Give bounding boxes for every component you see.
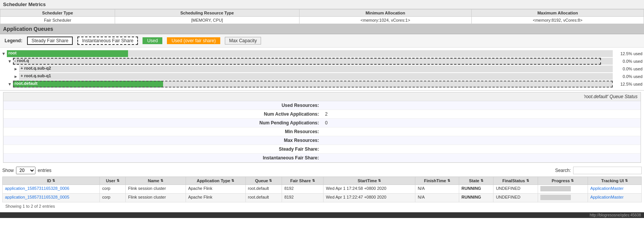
app-id-link[interactable]: application_1585731165328_0006 xyxy=(5,186,69,191)
progress-cell xyxy=(538,194,588,202)
col-header-finalstatus[interactable]: FinalStatus ⇅ xyxy=(493,177,538,185)
col-scheduler-type: Scheduler Type xyxy=(0,10,115,17)
entries-select[interactable]: 20 50 100 xyxy=(16,167,35,174)
start-time-cell: Wed Apr 1 17:24:58 +0800 2020 xyxy=(324,185,415,194)
app-type-cell: Apache Flink xyxy=(186,194,245,202)
progress-bar xyxy=(540,186,571,191)
legend-instantaneous-label: Instantaneous Fair Share xyxy=(77,37,138,45)
queue-toggle-subq2[interactable]: ► xyxy=(14,67,19,71)
detail-label: Num Active Applications: xyxy=(3,110,322,119)
user-cell: corp xyxy=(100,185,126,194)
detail-label: Max Resources: xyxy=(3,136,322,145)
app-type-cell: Apache Flink xyxy=(186,185,245,194)
queue-toggle-root[interactable]: ▼ xyxy=(2,51,7,56)
queue-detail-table: Used Resources:Num Active Applications:2… xyxy=(3,101,641,162)
search-bar: Search: xyxy=(555,167,642,174)
footer-url-bar: http://blogresosne/qdes:45608 xyxy=(0,212,644,218)
queue-bar-default: root.default xyxy=(13,81,613,88)
queue-detail-row: Min Resources: xyxy=(3,127,641,136)
detail-value xyxy=(322,154,641,162)
detail-value: 0 xyxy=(322,119,641,127)
col-header-name[interactable]: Name ⇅ xyxy=(126,177,186,185)
queue-row-default[interactable]: ▼ root.default 12.5% used xyxy=(0,80,644,88)
queue-detail-row: Max Resources: xyxy=(3,136,641,145)
name-cell: Flink session cluster xyxy=(126,185,186,194)
col-header-application-type[interactable]: Application Type ⇅ xyxy=(186,177,245,185)
entries-label: entries xyxy=(38,168,51,173)
finish-time-cell: N/A xyxy=(415,194,459,202)
final-status-cell: UNDEFINED xyxy=(493,194,538,202)
queue-row-root[interactable]: ▼ root 12.5% used xyxy=(0,50,644,57)
queue-bar-subq2: + root.q.sub-q2 xyxy=(19,65,613,72)
tracking-ui-cell[interactable]: ApplicationMaster xyxy=(588,194,641,202)
footer-url: http://blogresosne/qdes:45608 xyxy=(590,213,641,217)
queue-pct-subq2: 0.0% used xyxy=(616,67,642,71)
col-scheduling-resource: Scheduling Resource Type xyxy=(115,10,299,17)
scheduler-info-table: Scheduler Type Scheduling Resource Type … xyxy=(0,9,644,24)
queue-bar-rootq: - root.q xyxy=(13,58,613,65)
queue-detail-section: 'root.default' Queue Status Used Resourc… xyxy=(3,92,641,163)
showing-entries-text: Showing 1 to 2 of 2 entries xyxy=(5,204,55,208)
table-row: application_1585731165328_0006 corp Flin… xyxy=(3,185,642,194)
col-header-tracking-ui[interactable]: Tracking UI ⇅ xyxy=(588,177,641,185)
queue-toggle-default[interactable]: ▼ xyxy=(8,82,13,86)
bottom-section: Show 20 50 100 entries Search: ID ⇅User … xyxy=(0,164,644,212)
app-id-link[interactable]: application_1585731165328_0005 xyxy=(5,195,69,199)
legend-used-item: Used xyxy=(143,37,162,44)
final-status-cell: UNDEFINED xyxy=(493,185,538,194)
queue-toggle-subq1[interactable]: ► xyxy=(14,74,19,79)
col-header-state[interactable]: State ⇅ xyxy=(459,177,493,185)
fair-share-cell: 8192 xyxy=(282,194,324,202)
tracking-ui-link[interactable]: ApplicationMaster xyxy=(590,186,623,191)
queues-section: ▼ root 12.5% used ▼ - root.q 0.0% used ►… xyxy=(0,48,644,91)
legend-over-item: Used (over fair share) xyxy=(167,37,220,44)
col-header-progress[interactable]: Progress ⇅ xyxy=(538,177,588,185)
detail-label: Instantaneous Fair Share: xyxy=(3,154,322,162)
min-allocation-value: <memory:1024, vCores:1> xyxy=(299,17,471,24)
queue-row-subq2[interactable]: ► + root.q.sub-q2 0.0% used xyxy=(0,65,644,73)
app-id-cell[interactable]: application_1585731165328_0005 xyxy=(3,194,100,202)
tracking-ui-link[interactable]: ApplicationMaster xyxy=(590,195,623,199)
queue-detail-row: Used Resources: xyxy=(3,101,641,110)
user-cell: corp xyxy=(100,194,126,202)
queue-row-rootq[interactable]: ▼ - root.q 0.0% used xyxy=(0,57,644,65)
legend-label: Legend: xyxy=(5,38,22,43)
app-id-cell[interactable]: application_1585731165328_0006 xyxy=(3,185,100,194)
queue-cell: root.default xyxy=(245,185,282,194)
queue-row-subq1[interactable]: ► + root.q.sub-q1 0.0% used xyxy=(0,73,644,80)
queue-detail-row: Steady Fair Share: xyxy=(3,145,641,154)
app-queues-header: Application Queues xyxy=(0,24,644,34)
col-header-queue[interactable]: Queue ⇅ xyxy=(245,177,282,185)
legend-instantaneous-item: Instantaneous Fair Share xyxy=(77,37,138,45)
detail-value xyxy=(322,145,641,154)
state-cell: RUNNING xyxy=(459,194,493,202)
queue-toggle-rootq[interactable]: ▼ xyxy=(8,59,13,64)
queue-pct-subq1: 0.0% used xyxy=(616,74,642,79)
detail-value xyxy=(322,127,641,136)
queue-pct-default: 12.5% used xyxy=(616,82,642,86)
queue-bar-subq1: + root.q.sub-q1 xyxy=(19,73,613,80)
search-label: Search: xyxy=(555,168,571,173)
scheduler-type-value: Fair Scheduler xyxy=(0,17,115,24)
col-min-allocation: Minimum Allocation xyxy=(299,10,471,17)
queue-bar-root: root xyxy=(7,50,613,57)
col-header-user[interactable]: User ⇅ xyxy=(100,177,126,185)
search-input[interactable] xyxy=(573,167,642,174)
table-row: application_1585731165328_0005 corp Flin… xyxy=(3,194,642,202)
detail-value xyxy=(322,136,641,145)
col-header-id[interactable]: ID ⇅ xyxy=(3,177,100,185)
queue-detail-row: Num Pending Applications:0 xyxy=(3,119,641,127)
queue-detail-row: Instantaneous Fair Share: xyxy=(3,154,641,162)
state-cell: RUNNING xyxy=(459,185,493,194)
col-header-finishtime[interactable]: FinishTime ⇅ xyxy=(415,177,459,185)
legend-steady-label: Steady Fair Share xyxy=(27,37,73,45)
show-entries-bar: Show 20 50 100 entries Search: xyxy=(2,167,642,174)
legend-max-item: Max Capacity xyxy=(225,37,261,45)
detail-label: Num Pending Applications: xyxy=(3,119,322,127)
detail-value: 2 xyxy=(322,110,641,119)
scheduling-resource-value: [MEMORY, CPU] xyxy=(115,17,299,24)
col-header-starttime[interactable]: StartTime ⇅ xyxy=(324,177,415,185)
queue-pct-root: 12.5% used xyxy=(616,51,642,56)
tracking-ui-cell[interactable]: ApplicationMaster xyxy=(588,185,641,194)
col-header-fair-share[interactable]: Fair Share ⇅ xyxy=(282,177,324,185)
